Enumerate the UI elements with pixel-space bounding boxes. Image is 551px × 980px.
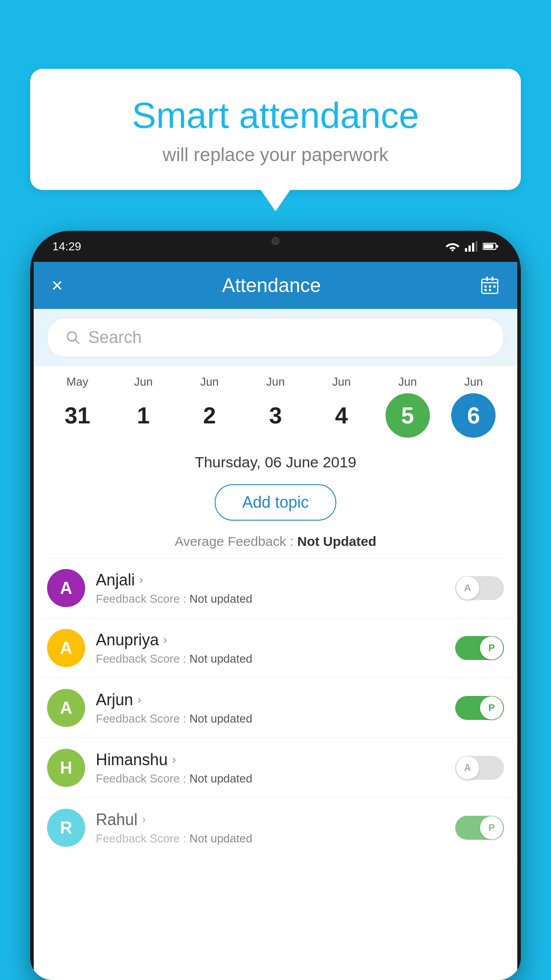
phone-notch	[253, 231, 298, 251]
student-item: H Himanshu › Feedback Score : Not update…	[34, 738, 517, 798]
toggle-anjali[interactable]: A	[455, 576, 504, 600]
calendar-icon[interactable]	[480, 276, 500, 295]
toggle-himanshu[interactable]: A	[455, 756, 504, 780]
svg-rect-2	[468, 245, 471, 252]
student-name-arjun[interactable]: Arjun ›	[96, 691, 445, 709]
phone-frame: 14:29	[30, 231, 521, 980]
svg-rect-15	[489, 289, 491, 291]
battery-icon	[483, 242, 499, 250]
student-info-arjun: Arjun › Feedback Score : Not updated	[96, 691, 445, 726]
toggle-arjun[interactable]: P	[455, 696, 504, 720]
search-bar[interactable]: Search	[47, 318, 504, 357]
date-cell-jun4[interactable]: Jun 4	[315, 375, 368, 438]
avatar-arjun: A	[47, 689, 85, 727]
date-cell-jun1[interactable]: Jun 1	[117, 375, 170, 438]
avg-feedback-label: Average Feedback : Not Updated	[175, 534, 377, 549]
student-info-rahul: Rahul › Feedback Score : Not updated	[96, 810, 445, 846]
selected-date-label: Thursday, 06 June 2019	[195, 454, 356, 470]
header-title: Attendance	[222, 274, 321, 296]
speech-bubble-title: Smart attendance	[52, 95, 499, 135]
student-feedback-anupriya: Feedback Score : Not updated	[96, 652, 445, 666]
student-feedback-arjun: Feedback Score : Not updated	[96, 712, 445, 726]
student-feedback-himanshu: Feedback Score : Not updated	[96, 772, 445, 786]
student-info-anupriya: Anupriya › Feedback Score : Not updated	[96, 631, 445, 666]
student-name-anupriya[interactable]: Anupriya ›	[96, 631, 445, 649]
svg-rect-10	[492, 277, 493, 281]
avatar-anupriya: A	[47, 629, 85, 667]
date-cell-may31[interactable]: May 31	[51, 375, 104, 438]
date-cell-jun6[interactable]: Jun 6	[447, 375, 500, 438]
add-topic-button[interactable]: Add topic	[215, 484, 336, 521]
avg-feedback: Average Feedback : Not Updated	[34, 529, 517, 558]
signal-icon	[465, 241, 477, 252]
chevron-right-icon: ›	[138, 693, 142, 707]
status-icons	[445, 241, 499, 252]
student-name-anjali[interactable]: Anjali ›	[96, 571, 445, 589]
chevron-right-icon: ›	[142, 813, 146, 826]
wifi-icon	[445, 241, 460, 251]
student-item: A Anupriya › Feedback Score : Not update…	[34, 618, 517, 678]
selected-date-info: Thursday, 06 June 2019	[34, 441, 517, 476]
search-container: Search	[34, 309, 517, 366]
toggle-anupriya[interactable]: P	[455, 636, 504, 660]
speech-bubble-subtitle: will replace your paperwork	[52, 144, 499, 166]
student-name-himanshu[interactable]: Himanshu ›	[96, 751, 445, 769]
svg-rect-12	[489, 285, 491, 288]
chevron-right-icon: ›	[163, 633, 167, 647]
student-feedback-rahul: Feedback Score : Not updated	[96, 832, 445, 846]
student-name-rahul[interactable]: Rahul ›	[96, 810, 445, 829]
toggle-rahul[interactable]: P	[455, 816, 504, 840]
student-item: R Rahul › Feedback Score : Not updated P	[34, 798, 517, 858]
svg-rect-7	[496, 245, 498, 248]
svg-rect-11	[484, 285, 487, 288]
student-item: A Arjun › Feedback Score : Not updated P	[34, 678, 517, 738]
student-info-anjali: Anjali › Feedback Score : Not updated	[96, 571, 445, 606]
date-cell-jun5[interactable]: Jun 5	[381, 375, 434, 438]
student-item: A Anjali › Feedback Score : Not updated …	[34, 558, 517, 618]
date-row: May 31 Jun 1 Jun 2 Jun 3 Jun 4 Jun 5	[34, 366, 517, 441]
date-cell-jun2[interactable]: Jun 2	[183, 375, 236, 438]
svg-rect-1	[465, 248, 467, 252]
avatar-anjali: A	[47, 569, 85, 607]
student-feedback-anjali: Feedback Score : Not updated	[96, 592, 445, 606]
app-header: × Attendance	[34, 262, 517, 309]
camera	[272, 237, 279, 245]
svg-rect-13	[493, 285, 496, 288]
student-info-himanshu: Himanshu › Feedback Score : Not updated	[96, 751, 445, 786]
svg-rect-4	[476, 241, 477, 252]
chevron-right-icon: ›	[139, 573, 143, 587]
svg-rect-3	[472, 243, 474, 252]
search-placeholder: Search	[88, 328, 142, 347]
svg-rect-9	[486, 277, 488, 281]
svg-rect-6	[484, 244, 493, 249]
svg-rect-14	[484, 289, 487, 291]
close-button[interactable]: ×	[51, 276, 63, 295]
avatar-rahul: R	[47, 809, 85, 847]
speech-bubble: Smart attendance will replace your paper…	[30, 69, 521, 190]
avatar-himanshu: H	[47, 749, 85, 787]
phone-screen: × Attendance Search	[34, 262, 517, 980]
chevron-right-icon: ›	[172, 753, 176, 767]
status-bar: 14:29	[30, 231, 521, 262]
svg-point-0	[452, 249, 454, 252]
status-time: 14:29	[52, 240, 81, 253]
date-cell-jun3[interactable]: Jun 3	[249, 375, 302, 438]
add-topic-container: Add topic	[34, 476, 517, 529]
search-icon	[65, 330, 81, 346]
